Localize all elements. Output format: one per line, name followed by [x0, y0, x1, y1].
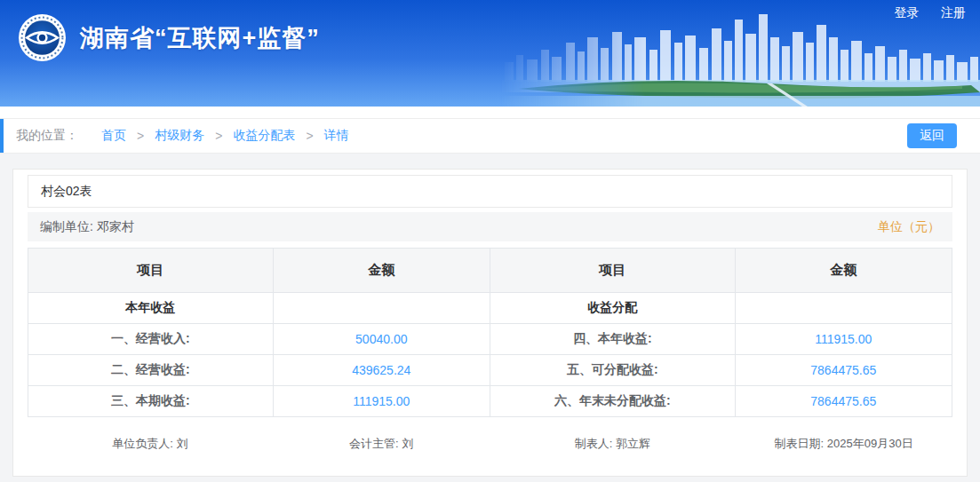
table-row: 三、本期收益: 111915.00 六、年末未分配收益: 7864475.65 [28, 386, 952, 417]
city-skyline-illustration [500, 11, 980, 107]
amount-cell: 111915.00 [735, 324, 952, 355]
site-header: 登录 注册 湖南省“互联网+监督” [0, 0, 980, 107]
amount-cell: 7864475.65 [735, 386, 952, 417]
back-button[interactable]: 返回 [907, 123, 957, 148]
accounting-supervisor: 会计主管: 刘 [273, 436, 490, 452]
item-label: 三、本期收益: [28, 386, 274, 417]
item-label: 六、年末未分配收益: [490, 386, 735, 417]
table-date: 制表日期: 2025年09月30日 [735, 436, 952, 452]
item-label: 一、经营收入: [28, 324, 274, 355]
section-label: 本年收益 [28, 293, 274, 324]
prepared-by: 编制单位: 邓家村 [40, 219, 134, 235]
col-header-amount: 金额 [273, 249, 490, 293]
item-label: 二、经营收益: [28, 355, 274, 386]
section-label: 收益分配 [490, 293, 735, 324]
site-title: 湖南省“互联网+监督” [80, 22, 320, 54]
amount-cell: 111915.00 [273, 386, 490, 417]
responsible-person: 单位负责人: 刘 [28, 436, 273, 452]
col-header-item: 项目 [28, 249, 274, 293]
breadcrumb-accent [0, 119, 4, 153]
breadcrumb-separator: > [215, 129, 222, 143]
breadcrumb-detail[interactable]: 详情 [324, 128, 349, 144]
table-row: 二、经营收益: 439625.24 五、可分配收益: 7864475.65 [28, 355, 952, 386]
income-distribution-table: 项目 金额 项目 金额 本年收益 收益分配 一、经营收入: 50040.00 四… [28, 248, 952, 417]
report-subtitle-bar: 编制单位: 邓家村 单位（元） [28, 212, 952, 241]
breadcrumb-bar: 我的位置： 首页 > 村级财务 > 收益分配表 > 详情 返回 [0, 118, 980, 154]
amount-cell [735, 293, 952, 324]
col-header-amount: 金额 [735, 249, 952, 293]
item-label: 五、可分配收益: [490, 355, 735, 386]
main-area: 村会02表 编制单位: 邓家村 单位（元） 项目 金额 项目 金额 本年收益 收… [0, 154, 980, 482]
table-maker: 制表人: 郭立辉 [490, 436, 735, 452]
table-row: 本年收益 收益分配 [28, 293, 952, 324]
breadcrumb-separator: > [137, 129, 144, 143]
table-header-row: 项目 金额 项目 金额 [28, 249, 952, 293]
breadcrumb-label: 我的位置： [16, 128, 78, 144]
breadcrumb: 我的位置： 首页 > 村级财务 > 收益分配表 > 详情 [0, 128, 349, 144]
register-link[interactable]: 注册 [941, 5, 966, 20]
breadcrumb-separator: > [306, 129, 313, 143]
report-title: 村会02表 [28, 175, 952, 208]
breadcrumb-home[interactable]: 首页 [101, 128, 126, 144]
col-header-item: 项目 [490, 249, 735, 293]
report-footer: 单位负责人: 刘 会计主管: 刘 制表人: 郭立辉 制表日期: 2025年09月… [28, 417, 952, 470]
amount-cell: 50040.00 [273, 324, 490, 355]
auth-links: 登录 注册 [877, 4, 966, 21]
amount-cell: 439625.24 [273, 355, 490, 386]
unit-of-measure: 单位（元） [878, 219, 940, 235]
login-link[interactable]: 登录 [895, 5, 920, 20]
amount-cell [273, 293, 490, 324]
brand: 湖南省“互联网+监督” [18, 13, 320, 62]
table-row: 一、经营收入: 50040.00 四、本年收益: 111915.00 [28, 324, 952, 355]
item-label: 四、本年收益: [490, 324, 735, 355]
breadcrumb-village-finance[interactable]: 村级财务 [155, 128, 204, 144]
report-card: 村会02表 编制单位: 邓家村 单位（元） 项目 金额 项目 金额 本年收益 收… [12, 169, 968, 477]
amount-cell: 7864475.65 [735, 355, 952, 386]
eye-logo-icon [18, 13, 67, 62]
breadcrumb-income-distribution[interactable]: 收益分配表 [233, 128, 295, 144]
